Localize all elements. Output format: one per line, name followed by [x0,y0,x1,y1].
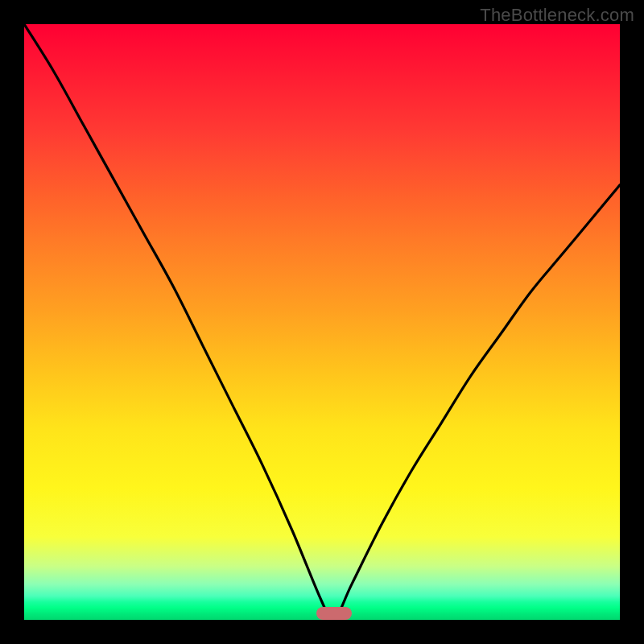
bottleneck-curve-path [24,24,620,620]
watermark-text: TheBottleneck.com [480,5,634,26]
plot-area [24,24,620,620]
optimal-point-marker [316,607,352,620]
bottleneck-curve [24,24,620,620]
chart-frame: TheBottleneck.com [0,0,644,644]
